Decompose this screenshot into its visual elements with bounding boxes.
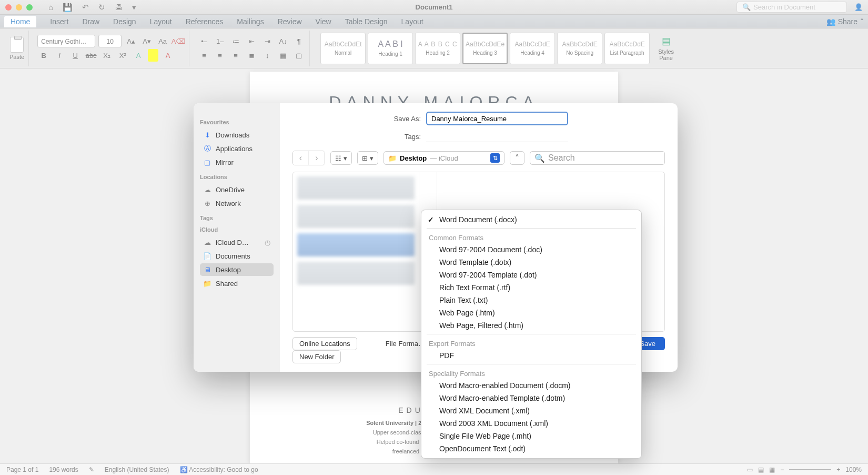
dd-xml[interactable]: Word XML Document (.xml) — [421, 404, 641, 417]
style-heading1[interactable]: A A B IHeading 1 — [368, 33, 413, 64]
dialog-search[interactable]: 🔍 Search — [530, 151, 665, 165]
close-window[interactable] — [5, 4, 12, 11]
tab-home[interactable]: Home — [4, 16, 36, 27]
home-icon[interactable]: ⌂ — [48, 3, 53, 12]
sidebar-item-onedrive[interactable]: ☁OneDrive — [200, 183, 274, 196]
align-left-button[interactable]: ≡ — [198, 49, 210, 62]
style-heading3[interactable]: AaBbCcDdEeHeading 3 — [462, 33, 508, 64]
align-right-button[interactable]: ≡ — [229, 49, 242, 62]
print-layout-icon[interactable]: ▤ — [758, 466, 764, 473]
zoom-level[interactable]: 100% — [845, 466, 862, 473]
paste-button[interactable]: Paste — [9, 37, 24, 60]
view-grid-button[interactable]: ⊞▾ — [357, 151, 378, 165]
online-locations-button[interactable]: Online Locations — [292, 337, 357, 350]
sidebar-item-applications[interactable]: ⒶApplications — [200, 142, 274, 155]
dd-xml2003[interactable]: Word 2003 XML Document (.xml) — [421, 417, 641, 430]
dd-word-docx[interactable]: Word Document (.docx) — [421, 213, 641, 226]
align-center-button[interactable]: ≡ — [214, 49, 226, 62]
redo-icon[interactable]: ↻ — [98, 3, 105, 12]
zoom-slider[interactable] — [789, 469, 831, 470]
tab-review[interactable]: Review — [278, 17, 302, 26]
tab-layout2[interactable]: Layout — [401, 17, 423, 26]
tags-input[interactable] — [426, 131, 568, 142]
word-count[interactable]: 196 words — [49, 466, 78, 473]
share-button[interactable]: 👥 Share ˄ — [826, 17, 864, 26]
dd-docm[interactable]: Word Macro-enabled Document (.docm) — [421, 379, 641, 392]
new-folder-button[interactable]: New Folder — [292, 350, 341, 363]
zoom-in-button[interactable]: + — [836, 466, 840, 473]
superscript-button[interactable]: X² — [116, 49, 129, 62]
style-nospacing[interactable]: AaBbCcDdENo Spacing — [557, 33, 602, 64]
sort-button[interactable]: A↓ — [277, 35, 289, 47]
zoom-out-button[interactable]: − — [780, 466, 784, 473]
show-marks-button[interactable]: ¶ — [292, 35, 305, 47]
page-indicator[interactable]: Page 1 of 1 — [6, 466, 38, 473]
indent-button[interactable]: ⇥ — [261, 35, 274, 47]
shrink-font-button[interactable]: A▾ — [140, 35, 153, 47]
borders-button[interactable]: ▢ — [292, 49, 305, 62]
sidebar-item-network[interactable]: ⊕Network — [200, 197, 274, 210]
sidebar-item-downloads[interactable]: ⬇Downloads — [200, 128, 274, 141]
language-indicator[interactable]: English (United States) — [105, 466, 169, 473]
dd-txt[interactable]: Plain Text (.txt) — [421, 294, 641, 306]
tab-design[interactable]: Design — [113, 17, 136, 26]
dd-htm-filtered[interactable]: Web Page, Filtered (.htm) — [421, 319, 641, 332]
grow-font-button[interactable]: A▴ — [125, 35, 137, 47]
tab-view[interactable]: View — [316, 17, 331, 26]
dd-dotm[interactable]: Word Macro-enabled Template (.dotm) — [421, 392, 641, 404]
sidebar-item-desktop[interactable]: 🖥Desktop — [200, 263, 274, 276]
justify-button[interactable]: ≣ — [245, 49, 258, 62]
font-size-select[interactable]: 10 — [98, 35, 122, 47]
spell-check-icon[interactable]: ✎ — [89, 466, 94, 473]
style-listpara[interactable]: AaBbCcDdEList Paragraph — [604, 33, 650, 64]
user-avatar-icon[interactable]: 👤 — [854, 3, 863, 11]
collapse-button[interactable]: ˄ — [510, 151, 524, 165]
view-columns-button[interactable]: ☷▾ — [330, 151, 352, 165]
tab-mailings[interactable]: Mailings — [237, 17, 264, 26]
tab-references[interactable]: References — [186, 17, 224, 26]
sidebar-item-documents[interactable]: 📄Documents — [200, 250, 274, 262]
web-layout-icon[interactable]: ▦ — [769, 466, 775, 473]
tab-draw[interactable]: Draw — [82, 17, 99, 26]
doc-search[interactable]: 🔍 Search in Document — [736, 2, 847, 13]
file-thumb[interactable] — [297, 205, 415, 228]
chevron-up-icon[interactable]: ˄ — [860, 17, 864, 26]
line-spacing-button[interactable]: ↕ — [261, 49, 274, 62]
location-select[interactable]: 📁 Desktop — iCloud ⇅ — [383, 151, 504, 165]
tab-insert[interactable]: Insert — [50, 17, 68, 26]
save-icon[interactable]: 💾 — [63, 3, 73, 12]
outdent-button[interactable]: ⇤ — [245, 35, 258, 47]
style-heading4[interactable]: AaBbCcDdEHeading 4 — [510, 33, 555, 64]
forward-button[interactable]: › — [309, 151, 325, 165]
file-thumb[interactable] — [297, 233, 415, 256]
dd-doc[interactable]: Word 97-2004 Document (.doc) — [421, 243, 641, 256]
italic-button[interactable]: I — [53, 49, 66, 62]
subscript-button[interactable]: X₂ — [100, 49, 113, 62]
style-heading2[interactable]: A A B B C CHeading 2 — [415, 33, 460, 64]
save-as-input[interactable] — [426, 112, 568, 125]
dd-pdf[interactable]: PDF — [421, 349, 641, 362]
bullets-button[interactable]: •– — [198, 35, 210, 47]
print-icon[interactable]: 🖶 — [115, 3, 123, 12]
underline-button[interactable]: U — [69, 49, 82, 62]
minimize-window[interactable] — [16, 4, 22, 11]
dd-htm[interactable]: Web Page (.htm) — [421, 306, 641, 319]
font-name-select[interactable]: Century Gothi… — [37, 35, 95, 47]
dd-dot[interactable]: Word 97-2004 Template (.dot) — [421, 269, 641, 281]
tab-table-design[interactable]: Table Design — [345, 17, 388, 26]
text-effects-button[interactable]: A — [132, 49, 145, 62]
dd-rtf[interactable]: Rich Text Format (.rtf) — [421, 281, 641, 294]
customize-icon[interactable]: ▾ — [132, 3, 136, 12]
sidebar-item-iclouddrive[interactable]: ☁iCloud D…◷ — [200, 236, 274, 249]
numbering-button[interactable]: 1– — [214, 35, 226, 47]
file-thumb[interactable] — [297, 176, 415, 200]
sidebar-item-mirror[interactable]: ▢Mirror — [200, 156, 274, 169]
strike-button[interactable]: abc — [85, 49, 97, 62]
back-button[interactable]: ‹ — [293, 151, 309, 165]
undo-icon[interactable]: ↶ — [82, 3, 89, 12]
dd-odt[interactable]: OpenDocument Text (.odt) — [421, 442, 641, 455]
shading-button[interactable]: ▦ — [277, 49, 289, 62]
bold-button[interactable]: B — [37, 49, 50, 62]
dd-mht[interactable]: Single File Web Page (.mht) — [421, 430, 641, 442]
dd-dotx[interactable]: Word Template (.dotx) — [421, 256, 641, 269]
